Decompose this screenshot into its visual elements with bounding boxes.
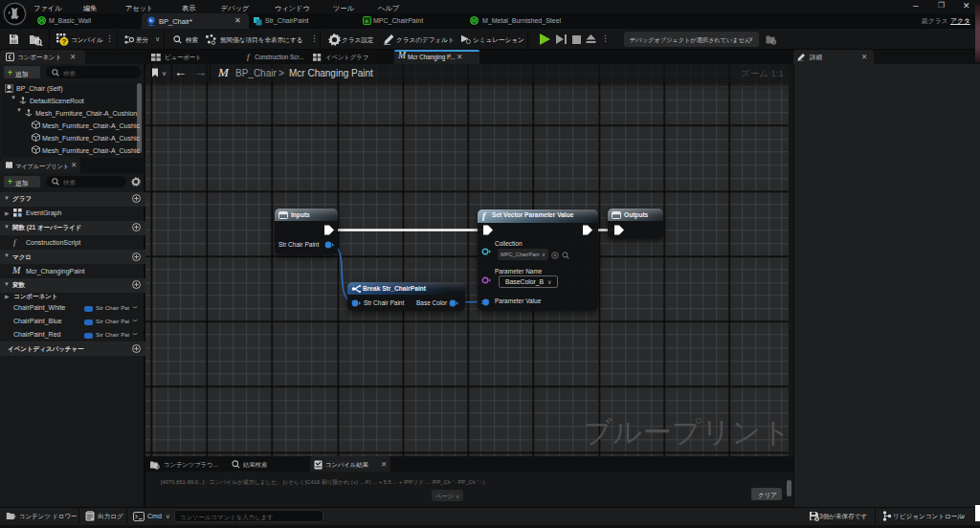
svg-text:?: ?: [62, 37, 67, 46]
